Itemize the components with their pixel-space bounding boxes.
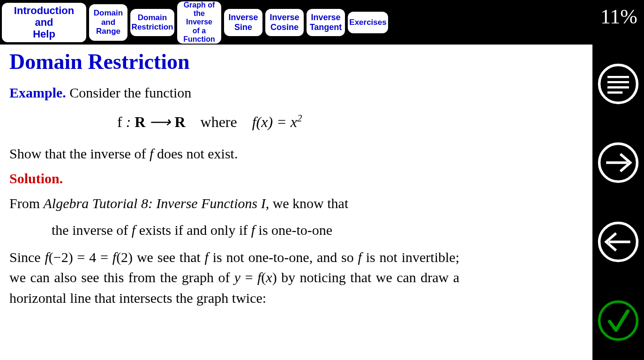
math-display: f : R ⟶ R where f(x) = x2	[117, 112, 583, 131]
solution-ref-line: From Algebra Tutorial 8: Inverse Functio…	[9, 193, 459, 214]
page-title: Domain Restriction	[9, 49, 583, 74]
progress-percent: 11%	[600, 5, 637, 29]
tab-7[interactable]: Exercises	[348, 12, 388, 33]
solution-para-2: Since f(−2) = 4 = f(2) we see that f is …	[9, 247, 459, 308]
arrow-left-icon	[597, 220, 640, 263]
tab-4[interactable]: Inverse Sine	[224, 9, 262, 36]
check-button[interactable]	[592, 281, 644, 360]
next-button[interactable]	[592, 123, 644, 202]
example-label: Example.	[9, 85, 66, 100]
svg-point-9	[599, 301, 637, 339]
tab-6[interactable]: Inverse Tangent	[307, 9, 345, 36]
example-line: Example. Consider the function	[9, 82, 459, 103]
menu-button[interactable]	[592, 45, 644, 123]
tab-3[interactable]: Graph of the Inverse of a Function	[177, 1, 221, 44]
solution-fact: the inverse of f exists if and only if f…	[52, 220, 502, 240]
tab-2[interactable]: Domain Restriction	[130, 9, 174, 36]
content-area: Domain Restriction Example. Consider the…	[0, 45, 592, 360]
prev-button[interactable]	[592, 202, 644, 281]
sol-from: From	[9, 195, 44, 211]
sidebar-controls	[592, 45, 644, 360]
topbar: Introduction and HelpDomain and RangeDom…	[0, 0, 644, 45]
check-icon	[597, 299, 640, 342]
tab-5[interactable]: Inverse Cosine	[265, 9, 304, 36]
tab-0[interactable]: Introduction and Help	[2, 3, 86, 42]
tab-1[interactable]: Domain and Range	[89, 4, 127, 41]
arrow-right-icon	[597, 141, 640, 184]
menu-icon	[597, 62, 640, 105]
tabs-row: Introduction and HelpDomain and RangeDom…	[0, 0, 388, 45]
example-task: Show that the inverse of f does not exis…	[9, 143, 459, 164]
sol-ref: Algebra Tutorial 8: Inverse Functions I	[44, 195, 266, 211]
solution-label: Solution.	[9, 171, 583, 187]
svg-point-0	[599, 65, 637, 103]
example-intro: Consider the function	[66, 85, 191, 100]
sol-after-ref: , we know that	[266, 195, 349, 211]
